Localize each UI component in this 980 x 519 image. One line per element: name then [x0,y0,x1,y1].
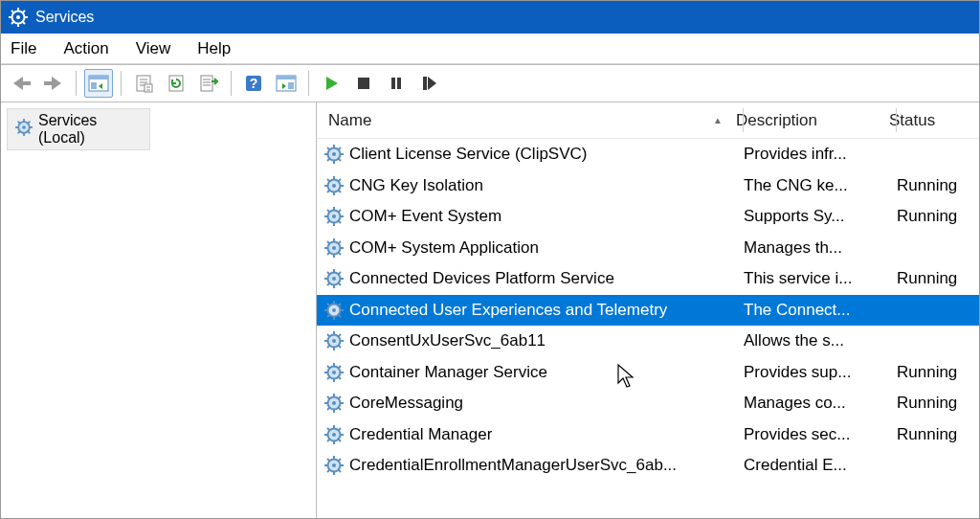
service-name: Connected User Experiences and Telemetry [349,301,667,320]
service-description: The CNG ke... [744,176,897,195]
column-header-status[interactable]: Status [889,111,979,130]
svg-rect-29 [145,84,152,92]
toolbar-separator [76,71,77,96]
svg-rect-20 [21,81,31,85]
service-row[interactable]: Credential ManagerProvides sec...Running [317,419,979,451]
start-service-button[interactable] [317,69,345,98]
service-row[interactable]: ConsentUxUserSvc_6ab11Allows the s... [317,326,979,357]
svg-rect-21 [44,81,54,85]
svg-text:?: ? [250,76,258,91]
service-description: Manages co... [744,394,897,413]
svg-rect-23 [89,76,108,79]
menu-file[interactable]: File [11,39,36,58]
help-button[interactable]: ? [239,69,268,98]
toolbar-separator [231,71,232,96]
service-row[interactable]: Connected User Experiences and Telemetry… [317,295,979,327]
stop-service-button[interactable] [349,69,378,98]
console-tree-pane: Services (Local) [1,102,317,518]
services-rows: Client License Service (ClipSVC)Provides… [317,139,979,518]
gear-icon [324,207,344,226]
gear-icon [324,301,344,320]
export-list-button[interactable] [194,69,223,98]
service-description: Supports Sy... [744,207,897,226]
service-status: Running [897,207,979,226]
service-description: Credential E... [744,456,897,475]
service-row[interactable]: CNG Key IsolationThe CNG ke...Running [317,170,979,202]
service-status: Running [897,394,979,413]
column-header-name[interactable]: Name ▲ [317,111,736,130]
menu-view[interactable]: View [136,39,171,58]
column-divider[interactable] [896,108,897,132]
gear-icon [324,331,344,350]
svg-rect-24 [91,82,97,89]
svg-rect-42 [358,78,369,89]
svg-rect-45 [423,77,427,90]
svg-rect-33 [201,76,212,91]
gear-icon [324,425,344,444]
restart-service-button[interactable] [414,69,443,98]
service-name: CoreMessaging [349,394,463,413]
menu-help[interactable]: Help [197,39,231,58]
service-description: Provides infr... [744,145,897,164]
sort-ascending-icon: ▲ [713,115,723,125]
pause-service-button[interactable] [382,69,411,98]
service-name: CredentialEnrollmentManagerUserSvc_6ab..… [349,456,677,475]
service-name: Container Manager Service [349,363,547,382]
title-bar[interactable]: Services [1,1,979,34]
gear-icon [324,145,344,164]
service-row[interactable]: Client License Service (ClipSVC)Provides… [317,139,979,170]
service-name: COM+ System Application [349,238,539,258]
service-name: Connected Devices Platform Service [349,269,614,288]
service-row[interactable]: Container Manager ServiceProvides sup...… [317,357,979,389]
services-list-pane: Name ▲ Description Status Client License… [317,102,979,518]
service-description: The Connect... [744,301,897,320]
gear-icon [324,394,344,413]
service-row[interactable]: CoreMessagingManages co...Running [317,388,979,419]
menu-action[interactable]: Action [63,39,108,58]
gear-icon [324,269,344,288]
svg-rect-43 [391,78,395,89]
service-status: Running [897,363,979,382]
service-description: Allows the s... [744,331,897,350]
column-divider[interactable] [743,108,744,132]
svg-rect-41 [288,82,294,89]
service-name: Credential Manager [349,425,492,444]
service-row[interactable]: CredentialEnrollmentManagerUserSvc_6ab..… [317,450,979,482]
service-status: Running [897,176,979,195]
gear-icon [324,238,344,258]
tree-node-services-local[interactable]: Services (Local) [7,108,150,150]
service-status: Running [897,425,979,444]
svg-rect-40 [277,76,296,79]
service-name: CNG Key Isolation [349,176,483,195]
show-hide-action-pane-button[interactable] [272,69,301,98]
forward-button[interactable] [39,69,68,98]
toolbar-separator [121,71,122,96]
service-name: COM+ Event System [349,207,501,226]
refresh-button[interactable] [162,69,190,98]
back-button[interactable] [7,69,35,98]
column-header-description[interactable]: Description [736,111,889,130]
service-description: Manages th... [744,238,897,258]
service-status: Running [897,269,979,288]
column-headers: Name ▲ Description Status [317,102,979,139]
gear-icon [15,119,33,140]
window-title: Services [35,9,94,26]
service-row[interactable]: Connected Devices Platform ServiceThis s… [317,263,979,295]
service-name: Client License Service (ClipSVC) [349,145,587,164]
service-description: Provides sec... [744,425,897,444]
gear-icon [324,176,344,195]
show-hide-tree-button[interactable] [84,69,113,98]
tree-node-label: Services (Local) [38,112,142,147]
gear-icon [324,456,344,475]
properties-button[interactable] [129,69,158,98]
service-description: This service i... [744,269,897,288]
menu-bar: File Action View Help [1,34,979,64]
gear-icon [9,8,28,27]
service-description: Provides sup... [744,363,897,382]
gear-icon [324,363,344,382]
service-row[interactable]: COM+ System ApplicationManages th... [317,233,979,264]
svg-rect-44 [397,78,401,89]
toolbar: ? [1,64,979,102]
toolbar-separator [308,71,309,96]
service-row[interactable]: COM+ Event SystemSupports Sy...Running [317,201,979,233]
